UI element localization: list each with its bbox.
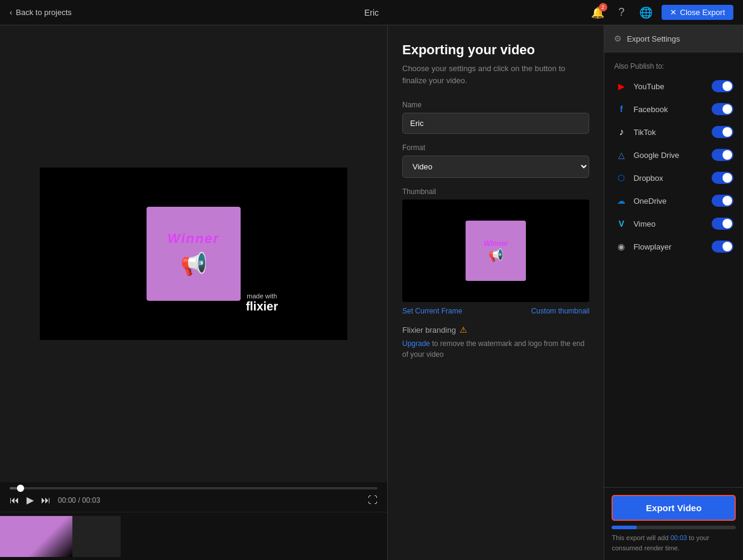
- publish-item-flowplayer: ◉ Flowplayer: [614, 239, 733, 254]
- export-settings-header-label: Export Settings: [627, 34, 680, 43]
- flixier-logo: flixier: [246, 300, 278, 313]
- made-with-watermark: made with flixier: [246, 292, 278, 313]
- also-publish-label: Also Publish to:: [614, 62, 733, 71]
- progress-bar-container[interactable]: [10, 487, 378, 489]
- publish-item-dropbox: ⬡ Dropbox: [614, 171, 733, 185]
- export-info-text: This export will add 00:03 to your consu…: [612, 533, 736, 553]
- tiktok-toggle[interactable]: [712, 126, 733, 138]
- tiktok-icon: ♪: [614, 125, 628, 139]
- upgrade-text: Upgrade to remove the watermark and logo…: [402, 338, 589, 360]
- publish-item-left-tiktok: ♪ TikTok: [614, 125, 656, 139]
- onedrive-icon: ☁: [614, 193, 628, 208]
- export-settings-header: ⚙ Export Settings: [604, 25, 743, 52]
- thumb-winner-text: Winner: [484, 239, 508, 248]
- rewind-button[interactable]: ⏮: [10, 495, 19, 506]
- set-current-frame-button[interactable]: Set Current Frame: [402, 307, 462, 315]
- name-input[interactable]: [402, 113, 589, 134]
- time-current: 00:00: [58, 496, 76, 505]
- facebook-label: Facebook: [633, 105, 668, 114]
- onedrive-toggle[interactable]: [712, 195, 733, 207]
- publish-item-left-vimeo: V Vimeo: [614, 216, 656, 231]
- video-controls: ⏮ ▶ ⏭ 00:00 / 00:03 ⛶: [0, 482, 387, 512]
- play-button[interactable]: ▶: [27, 494, 34, 506]
- vimeo-toggle[interactable]: [712, 218, 733, 230]
- thumbnail-label: Thumbnail: [402, 187, 589, 196]
- progress-dot: [17, 485, 24, 492]
- controls-left: ⏮ ▶ ⏭ 00:00 / 00:03: [10, 494, 100, 506]
- export-settings-panel: Exporting your video Choose your setting…: [388, 25, 604, 560]
- controls-row: ⏮ ▶ ⏭ 00:00 / 00:03 ⛶: [10, 494, 378, 506]
- export-subtitle: Choose your settings and click on the bu…: [402, 63, 589, 86]
- thumbnail-preview: Winner 📢: [402, 200, 589, 302]
- custom-thumbnail-button[interactable]: Custom thumbnail: [531, 307, 590, 315]
- google-drive-toggle[interactable]: [712, 149, 733, 161]
- export-time: 00:03: [671, 534, 688, 541]
- upgrade-description: to remove the watermark and logo from th…: [402, 339, 584, 359]
- export-progress-fill: [612, 526, 636, 529]
- vimeo-label: Vimeo: [633, 219, 656, 228]
- publish-item-left-flowplayer: ◉ Flowplayer: [614, 239, 671, 254]
- close-export-button[interactable]: ✕ Close Export: [662, 5, 733, 20]
- fast-forward-button[interactable]: ⏭: [41, 495, 51, 506]
- topbar-actions: 🔔 2 ? 🌐 ✕ Close Export: [589, 4, 733, 21]
- megaphone-icon: 📢: [180, 251, 207, 277]
- upgrade-link[interactable]: Upgrade: [402, 339, 430, 348]
- close-export-label: Close Export: [680, 8, 725, 17]
- branding-label: Flixier branding ⚠: [402, 325, 589, 335]
- video-area: Winner 📢 made with flixier: [0, 25, 387, 482]
- youtube-toggle[interactable]: [712, 80, 733, 92]
- flowplayer-toggle[interactable]: [712, 241, 733, 253]
- time-display: 00:00 / 00:03: [58, 496, 100, 505]
- publish-item-left-google-drive: △ Google Drive: [614, 148, 679, 162]
- thumbnail-actions: Set Current Frame Custom thumbnail: [402, 307, 589, 315]
- export-info-prefix: This export will add: [612, 534, 670, 541]
- video-slide: Winner 📢: [147, 207, 241, 301]
- sidebar-right: ⚙ Export Settings Also Publish to: ▶ You…: [604, 25, 743, 560]
- name-form-group: Name: [402, 101, 589, 134]
- youtube-icon: ▶: [614, 79, 628, 93]
- dropbox-toggle[interactable]: [712, 172, 733, 184]
- gear-icon: ⚙: [614, 34, 622, 43]
- export-video-button[interactable]: Export Video: [612, 495, 736, 521]
- progress-bar-fill: [10, 487, 17, 489]
- dropbox-label: Dropbox: [633, 174, 663, 183]
- format-form-group: Format Video: [402, 143, 589, 178]
- publish-item-google-drive: △ Google Drive: [614, 148, 733, 162]
- format-select[interactable]: Video: [402, 156, 589, 178]
- facebook-toggle[interactable]: [712, 103, 733, 115]
- back-label: Back to projects: [16, 8, 72, 17]
- notifications-button[interactable]: 🔔 2: [589, 4, 606, 21]
- notification-badge: 2: [599, 3, 607, 11]
- fullscreen-button[interactable]: ⛶: [368, 495, 378, 506]
- publish-item-onedrive: ☁ OneDrive: [614, 193, 733, 208]
- video-inner: Winner 📢 made with flixier: [97, 184, 290, 323]
- publish-item-facebook: f Facebook: [614, 102, 733, 116]
- thumbnail-inner: Winner 📢: [466, 221, 526, 281]
- video-preview: Winner 📢 made with flixier: [40, 168, 347, 340]
- filmstrip-thumb-1: [0, 516, 72, 557]
- main-content: Winner 📢 made with flixier ⏮ ▶: [0, 25, 743, 560]
- export-progress-bar: [612, 526, 736, 529]
- language-button[interactable]: 🌐: [637, 4, 654, 21]
- flowplayer-label: Flowplayer: [633, 242, 671, 251]
- warning-icon: ⚠: [460, 325, 467, 335]
- branding-section: Flixier branding ⚠ Upgrade to remove the…: [402, 325, 589, 360]
- winner-text: Winner: [168, 231, 220, 247]
- publish-item-vimeo: V Vimeo: [614, 216, 733, 231]
- back-to-projects[interactable]: ‹ Back to projects: [10, 8, 72, 17]
- left-panel: Winner 📢 made with flixier ⏮ ▶: [0, 25, 387, 560]
- export-title: Exporting your video: [402, 42, 589, 58]
- topbar: ‹ Back to projects Eric 🔔 2 ? 🌐 ✕ Close …: [0, 0, 743, 25]
- publish-item-tiktok: ♪ TikTok: [614, 125, 733, 139]
- export-bottom: Export Video This export will add 00:03 …: [604, 487, 743, 560]
- help-button[interactable]: ?: [613, 4, 630, 21]
- dropbox-icon: ⬡: [614, 171, 628, 185]
- close-icon: ✕: [670, 8, 677, 17]
- publish-item-youtube: ▶ YouTube: [614, 79, 733, 93]
- filmstrip: [0, 512, 387, 560]
- publish-item-left-facebook: f Facebook: [614, 102, 668, 116]
- google-drive-label: Google Drive: [633, 151, 679, 160]
- right-panel: Exporting your video Choose your setting…: [387, 25, 743, 560]
- thumb-megaphone-icon: 📢: [488, 248, 504, 262]
- publish-item-left-onedrive: ☁ OneDrive: [614, 193, 666, 208]
